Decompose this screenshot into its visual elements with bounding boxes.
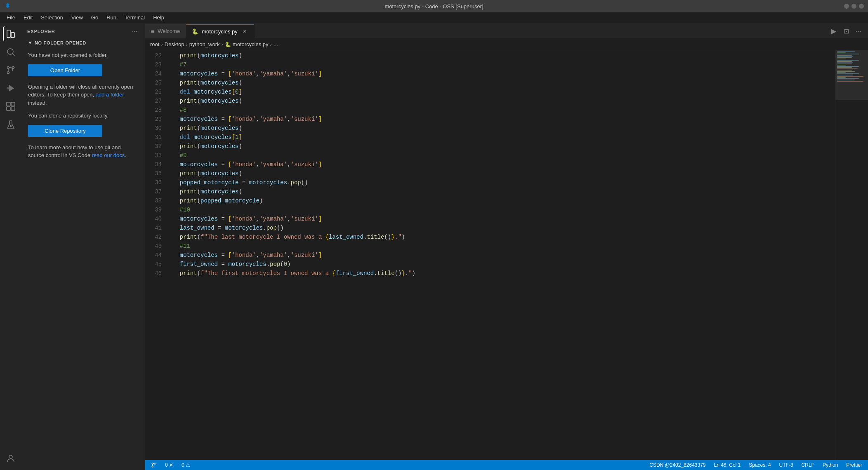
svg-point-15 (152, 463, 153, 464)
csdn-label[interactable]: CSDN @2402_82643379 (648, 462, 707, 468)
code-line: print(motorcycles) (166, 96, 835, 106)
code-line: #8 (166, 106, 835, 115)
code-line: del motorcycles[0] (166, 87, 835, 96)
code-line: del motorcycles[1] (166, 133, 835, 142)
menu-bar: File Edit Selection View Go Run Terminal… (0, 12, 868, 23)
sidebar-item-testing[interactable] (3, 117, 18, 132)
svg-rect-1 (11, 33, 14, 38)
svg-point-17 (152, 466, 153, 467)
more-actions-button[interactable]: ··· (853, 26, 864, 37)
code-line: popped_motorcycle = motorcycles.pop() (166, 178, 835, 187)
code-line: print(motorcycles) (166, 187, 835, 196)
line-numbers: 22 23 24 25 26 27 28 29 30 31 32 33 34 3… (145, 50, 166, 460)
breadcrumb-root[interactable]: root (150, 41, 159, 47)
activity-bar (0, 23, 21, 470)
add-folder-link[interactable]: add a folder (96, 92, 124, 98)
run-file-button[interactable]: ▶ (828, 26, 839, 37)
menu-run[interactable]: Run (103, 14, 120, 21)
code-line: print(motorcycles) (166, 169, 835, 178)
line-col-status[interactable]: Ln 46, Col 1 (712, 462, 743, 468)
app-logo (4, 2, 12, 10)
sidebar-more-actions[interactable]: ··· (130, 27, 139, 36)
title-bar: motorcycles.py - Code - OSS [Superuser] (0, 0, 868, 12)
code-line: #7 (166, 60, 835, 69)
errors-status[interactable]: 0 ✕ (163, 462, 175, 468)
no-folder-description2: Opening a folder will close all currentl… (28, 83, 138, 107)
sidebar-title: EXPLORER (27, 29, 55, 34)
menu-selection[interactable]: Selection (38, 14, 66, 21)
status-right: CSDN @2402_82643379 Ln 46, Col 1 Spaces:… (648, 462, 864, 468)
code-line: print(motorcycles) (166, 51, 835, 60)
split-editor-button[interactable]: ⊡ (841, 26, 851, 37)
menu-edit[interactable]: Edit (20, 14, 36, 21)
no-folder-header[interactable]: NO FOLDER OPENED (28, 38, 138, 48)
sidebar-item-extensions[interactable] (3, 99, 18, 114)
code-line: last_owned = motorcycles.pop() (166, 223, 835, 233)
code-line: #9 (166, 151, 835, 160)
code-line: first_owned = motorcycles.pop(0) (166, 260, 835, 269)
line-ending-status[interactable]: CRLF (800, 462, 816, 468)
menu-go[interactable]: Go (88, 14, 101, 21)
welcome-tab-icon: ≡ (151, 28, 154, 35)
status-left: 0 ✕ 0 ⚠ (149, 462, 192, 468)
git-branch-status[interactable] (149, 462, 158, 468)
code-line: motorcycles = ['honda','yamaha','suzuki'… (166, 214, 835, 223)
svg-point-2 (7, 49, 13, 54)
no-folder-description1: You have not yet opened a folder. (28, 51, 138, 59)
breadcrumb: root › Desktop › python_work › 🐍 motorcy… (145, 39, 868, 50)
encoding-status[interactable]: UTF-8 (778, 462, 795, 468)
svg-point-4 (7, 67, 9, 69)
tab-bar-actions: ▶ ⊡ ··· (828, 24, 868, 38)
language-status[interactable]: Python (821, 462, 840, 468)
svg-point-5 (12, 67, 14, 69)
sidebar-item-search[interactable] (3, 45, 18, 59)
tab-bar: ≡ Welcome 🐍 motorcycles.py ✕ ▶ ⊡ ··· (145, 23, 868, 39)
no-folder-content: You have not yet opened a folder. Open F… (28, 48, 138, 168)
no-folder-description4: To learn more about how to use git and s… (28, 143, 138, 160)
read-docs-link[interactable]: read our docs (92, 152, 125, 158)
tab-welcome[interactable]: ≡ Welcome (145, 24, 186, 38)
sidebar-actions: ··· (130, 27, 139, 36)
breadcrumb-file[interactable]: 🐍 motorcycles.py (225, 41, 269, 47)
warnings-status[interactable]: 0 ⚠ (180, 462, 192, 468)
spaces-status[interactable]: Spaces: 4 (747, 462, 772, 468)
svg-rect-0 (7, 30, 10, 38)
breadcrumb-python-work[interactable]: python_work (189, 41, 220, 47)
code-content[interactable]: print(motorcycles) #7 motorcycles = ['ho… (166, 50, 835, 460)
code-line: #10 (166, 205, 835, 214)
code-line: motorcycles = ['honda','yamaha','suzuki'… (166, 115, 835, 124)
sidebar-item-run-debug[interactable] (3, 81, 18, 96)
breadcrumb-desktop[interactable]: Desktop (165, 41, 184, 47)
menu-terminal[interactable]: Terminal (121, 14, 148, 21)
code-line: motorcycles = ['honda','yamaha','suzuki'… (166, 69, 835, 78)
clone-repository-button[interactable]: Clone Repository (28, 125, 102, 137)
code-line: print(popped_motorcycle) (166, 196, 835, 205)
tab-motorcycles[interactable]: 🐍 motorcycles.py ✕ (186, 24, 255, 38)
sidebar-item-account[interactable] (3, 451, 18, 466)
svg-point-8 (7, 87, 9, 89)
menu-help[interactable]: Help (150, 14, 167, 21)
sidebar: EXPLORER ··· NO FOLDER OPENED You have n… (21, 23, 145, 470)
formatter-status[interactable]: Prettier (844, 462, 864, 468)
tab-close-button[interactable]: ✕ (241, 28, 248, 35)
minimap[interactable] (835, 50, 868, 460)
python-tab-icon: 🐍 (192, 28, 198, 35)
svg-rect-9 (7, 102, 10, 106)
sidebar-header: EXPLORER ··· (21, 23, 145, 38)
code-line: print(motorcycles) (166, 78, 835, 87)
code-line: print(f"The first motorcycles I owned wa… (166, 269, 835, 278)
no-folder-section: NO FOLDER OPENED You have not yet opened… (21, 38, 145, 168)
sidebar-item-source-control[interactable] (3, 63, 18, 78)
open-folder-button[interactable]: Open Folder (28, 64, 102, 76)
svg-marker-7 (9, 85, 14, 91)
menu-view[interactable]: View (68, 14, 86, 21)
svg-point-13 (10, 126, 12, 127)
code-line: print(motorcycles) (166, 124, 835, 133)
sidebar-item-explorer[interactable] (3, 26, 18, 41)
svg-point-14 (9, 455, 12, 458)
file-icon: 🐍 (225, 42, 231, 47)
editor-area: ≡ Welcome 🐍 motorcycles.py ✕ ▶ ⊡ ··· roo… (145, 23, 868, 470)
breadcrumb-symbol[interactable]: ... (274, 41, 278, 47)
window-controls[interactable] (844, 4, 864, 9)
menu-file[interactable]: File (3, 14, 19, 21)
